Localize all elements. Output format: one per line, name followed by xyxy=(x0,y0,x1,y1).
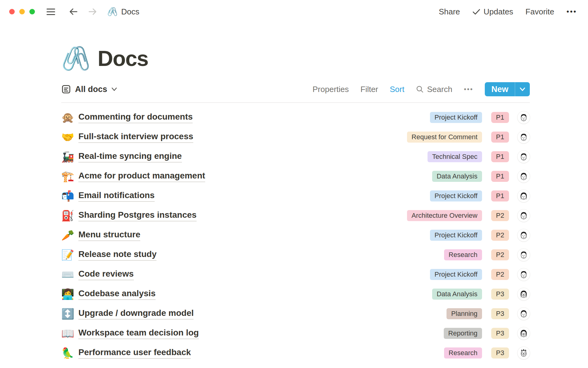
priority-badge[interactable]: P1 xyxy=(491,190,509,201)
sort-button[interactable]: Sort xyxy=(390,85,405,94)
doc-title-link[interactable]: Workspace team decision log xyxy=(78,328,199,339)
assignee-avatar[interactable] xyxy=(518,327,530,339)
search-icon xyxy=(416,85,424,93)
new-doc-split-button: New xyxy=(485,82,530,96)
doc-type-tag[interactable]: Planning xyxy=(447,308,482,319)
doc-type-tag[interactable]: Data Analysis xyxy=(432,289,482,300)
view-toolbar: All docs Properties Filter Sort Search •… xyxy=(61,82,530,96)
zoom-window-button[interactable] xyxy=(29,9,35,14)
close-window-button[interactable] xyxy=(9,9,15,14)
priority-badge[interactable]: P1 xyxy=(491,112,509,123)
doc-type-tag[interactable]: Data Analysis xyxy=(432,171,482,182)
doc-title-link[interactable]: Release note study xyxy=(78,249,156,261)
doc-row[interactable]: 🚂 Real-time syncing engine Technical Spe… xyxy=(61,147,530,167)
doc-type-tag[interactable]: Research xyxy=(444,249,482,260)
doc-type-tag[interactable]: Request for Comment xyxy=(407,132,482,143)
new-doc-dropdown-button[interactable] xyxy=(515,82,530,96)
priority-badge[interactable]: P3 xyxy=(491,308,509,319)
priority-badge[interactable]: P3 xyxy=(491,289,509,300)
priority-badge[interactable]: P2 xyxy=(491,269,509,280)
minimize-window-button[interactable] xyxy=(19,9,25,14)
doc-row[interactable]: 📖 Workspace team decision log Reporting … xyxy=(61,324,530,343)
view-label: All docs xyxy=(75,85,107,94)
doc-list: 🙊 Commenting for documents Project Kicko… xyxy=(61,103,530,363)
doc-row[interactable]: 👩‍💻 Codebase analysis Data Analysis P3 xyxy=(61,284,530,304)
doc-row[interactable]: ⛽ Sharding Postgres instances Architectu… xyxy=(61,206,530,225)
sidebar-toggle-icon[interactable] xyxy=(47,9,55,15)
assignee-avatar[interactable] xyxy=(518,151,530,163)
doc-row[interactable]: 📝 Release note study Research P2 xyxy=(61,245,530,265)
woman-technologist-icon: 👩‍💻 xyxy=(61,289,75,299)
doc-title-link[interactable]: Real-time syncing engine xyxy=(78,151,182,163)
doc-row[interactable]: ↕️ Upgrade / downgrade model Planning P3 xyxy=(61,304,530,324)
view-switcher-all-docs[interactable]: All docs xyxy=(61,84,117,94)
doc-row[interactable]: 🏗️ Acme for product management Data Anal… xyxy=(61,167,530,186)
doc-type-tag[interactable]: Research xyxy=(444,347,482,358)
doc-title-link[interactable]: Code reviews xyxy=(78,269,134,280)
doc-row[interactable]: ⌨️ Code reviews Project Kickoff P2 xyxy=(61,265,530,284)
priority-badge[interactable]: P2 xyxy=(491,230,509,241)
doc-title-link[interactable]: Menu structure xyxy=(78,230,140,241)
doc-type-tag[interactable]: Architecture Overview xyxy=(407,210,482,221)
assignee-avatar[interactable] xyxy=(518,288,530,300)
priority-badge[interactable]: P1 xyxy=(491,171,509,182)
assignee-avatar[interactable] xyxy=(518,268,530,281)
forward-button[interactable] xyxy=(88,7,98,17)
doc-type-tag[interactable]: Technical Spec xyxy=(428,151,482,162)
assignee-avatar[interactable] xyxy=(518,209,530,222)
updates-button[interactable]: Updates xyxy=(472,7,513,17)
assignee-avatar[interactable] xyxy=(518,170,530,182)
memo-icon: 📝 xyxy=(61,250,75,260)
doc-title-link[interactable]: Codebase analysis xyxy=(78,289,156,300)
doc-row[interactable]: 🥕 Menu structure Project Kickoff P2 xyxy=(61,225,530,245)
doc-type-tag[interactable]: Reporting xyxy=(444,328,482,339)
doc-type-tag[interactable]: Project Kickoff xyxy=(430,190,482,201)
traffic-lights xyxy=(9,9,35,14)
favorite-button[interactable]: Favorite xyxy=(526,7,554,17)
doc-title-link[interactable]: Full-stack interview process xyxy=(78,132,193,143)
assignee-avatar[interactable] xyxy=(518,308,530,320)
paperclip-page-icon[interactable]: 🖇️ xyxy=(61,47,90,70)
priority-badge[interactable]: P3 xyxy=(491,328,509,339)
filter-button[interactable]: Filter xyxy=(360,85,378,94)
window-more-options-button[interactable]: ••• xyxy=(567,7,577,16)
fuel-pump-icon: ⛽ xyxy=(61,210,75,221)
doc-title-link[interactable]: Sharding Postgres instances xyxy=(78,210,197,221)
search-button[interactable]: Search xyxy=(416,85,452,94)
checkmark-icon xyxy=(472,8,481,15)
priority-badge[interactable]: P2 xyxy=(491,210,509,221)
assignee-avatar[interactable] xyxy=(518,229,530,241)
doc-title-link[interactable]: Acme for product management xyxy=(78,171,205,182)
priority-badge[interactable]: P1 xyxy=(491,132,509,143)
doc-row[interactable]: 🦜 Performance user feedback Research P3 xyxy=(61,343,530,363)
doc-type-tag[interactable]: Project Kickoff xyxy=(430,269,482,280)
doc-title-link[interactable]: Upgrade / downgrade model xyxy=(78,308,194,320)
page-title: Docs xyxy=(98,48,148,70)
share-button[interactable]: Share xyxy=(439,7,460,17)
priority-badge[interactable]: P2 xyxy=(491,249,509,260)
doc-row[interactable]: 📬 Email notifications Project Kickoff P1 xyxy=(61,186,530,206)
doc-row[interactable]: 🤝 Full-stack interview process Request f… xyxy=(61,127,530,147)
building-construction-icon: 🏗️ xyxy=(61,171,75,182)
doc-title-link[interactable]: Commenting for documents xyxy=(78,112,193,123)
doc-title-link[interactable]: Email notifications xyxy=(78,190,155,202)
assignee-avatar[interactable] xyxy=(518,190,530,202)
assignee-avatar[interactable] xyxy=(518,111,530,124)
paperclip-icon: 🖇️ xyxy=(107,8,118,16)
properties-button[interactable]: Properties xyxy=(313,85,349,94)
assignee-avatar[interactable] xyxy=(518,347,530,359)
assignee-avatar[interactable] xyxy=(518,131,530,143)
priority-badge[interactable]: P1 xyxy=(491,151,509,162)
back-button[interactable] xyxy=(68,7,78,17)
locomotive-icon: 🚂 xyxy=(61,151,75,162)
doc-type-tag[interactable]: Project Kickoff xyxy=(430,112,482,123)
doc-type-tag[interactable]: Project Kickoff xyxy=(430,230,482,241)
mailbox-with-raised-flag-icon: 📬 xyxy=(61,191,75,201)
doc-row[interactable]: 🙊 Commenting for documents Project Kicko… xyxy=(61,108,530,127)
priority-badge[interactable]: P3 xyxy=(491,347,509,358)
speak-no-evil-monkey-icon: 🙊 xyxy=(61,112,75,123)
view-more-options-button[interactable]: ••• xyxy=(464,85,473,93)
doc-title-link[interactable]: Performance user feedback xyxy=(78,347,191,359)
assignee-avatar[interactable] xyxy=(518,249,530,261)
new-doc-button[interactable]: New xyxy=(485,82,515,96)
